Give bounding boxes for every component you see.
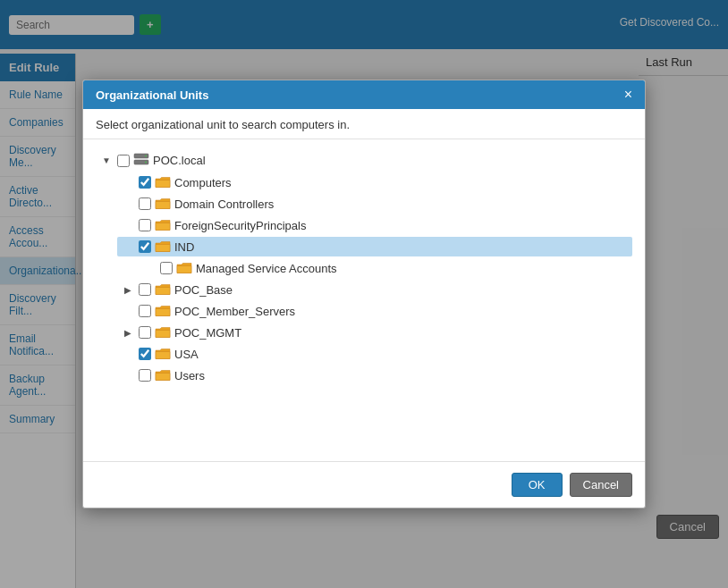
- label-poc-local: POC.local: [153, 154, 206, 167]
- checkbox-poc-base[interactable]: [139, 283, 151, 296]
- tree-row-ind[interactable]: ▶ IND: [117, 237, 632, 256]
- checkbox-domain-controllers[interactable]: [139, 197, 151, 210]
- toggle-users[interactable]: ▶: [121, 368, 135, 382]
- tree-row-users[interactable]: ▶ Users: [117, 365, 632, 385]
- server-icon-poc-local: [133, 153, 149, 168]
- tree-node-computers: ▶ Computers: [117, 172, 632, 192]
- tree-row-managed-service[interactable]: ▶ Managed Service Accounts: [139, 258, 632, 278]
- folder-icon-computers: [155, 176, 171, 189]
- checkbox-foreign-security[interactable]: [139, 219, 151, 231]
- tree-node-poc-mgmt: ▶ POC_MGMT: [117, 323, 632, 342]
- toggle-poc-base[interactable]: ▶: [121, 282, 135, 297]
- label-users: Users: [174, 369, 205, 382]
- label-poc-mgmt: POC_MGMT: [174, 326, 241, 340]
- modal-header: Organizational Units ×: [83, 80, 645, 109]
- tree-node-domain-controllers: ▶ Domain Controllers: [117, 194, 632, 214]
- svg-point-3: [145, 162, 147, 164]
- label-poc-member-servers: POC_Member_Servers: [174, 305, 295, 318]
- tree-node-poc-member-servers: ▶ POC_Member_Servers: [117, 301, 632, 321]
- modal-footer: OK Cancel: [83, 461, 645, 508]
- checkbox-poc-local[interactable]: [117, 155, 130, 167]
- tree-row-poc-member-servers[interactable]: ▶ POC_Member_Servers: [117, 301, 632, 321]
- checkbox-poc-mgmt[interactable]: [139, 326, 151, 339]
- label-foreign-security: ForeignSecurityPrincipals: [174, 219, 306, 232]
- modal-body: ▼ POC.local: [83, 139, 645, 461]
- modal-overlay: Organizational Units × Select organizati…: [0, 0, 728, 588]
- tree-node-usa: ▶ USA: [117, 344, 632, 364]
- svg-point-2: [145, 155, 147, 157]
- folder-icon-poc-member-servers: [155, 305, 171, 317]
- label-domain-controllers: Domain Controllers: [174, 197, 274, 211]
- folder-icon-users: [155, 369, 171, 382]
- toggle-poc-member-servers[interactable]: ▶: [121, 304, 135, 318]
- label-poc-base: POC_Base: [174, 283, 233, 297]
- folder-icon-foreign-security: [155, 219, 171, 231]
- folder-icon-usa: [155, 348, 171, 360]
- toggle-domain-controllers[interactable]: ▶: [121, 197, 135, 211]
- label-managed-service: Managed Service Accounts: [196, 262, 337, 275]
- folder-icon-managed-service: [176, 262, 192, 274]
- modal-close-button[interactable]: ×: [624, 88, 632, 102]
- modal-subheader: Select organizational unit to search com…: [83, 109, 645, 139]
- checkbox-ind[interactable]: [139, 240, 151, 253]
- tree-row-usa[interactable]: ▶ USA: [117, 344, 632, 364]
- tree-node-foreign-security: ▶ ForeignSecurityPrincipals: [117, 215, 632, 235]
- checkbox-managed-service[interactable]: [160, 262, 173, 274]
- tree-row-poc-base[interactable]: ▶ POC_Base: [117, 280, 632, 299]
- tree-node-poc-local: ▼ POC.local: [96, 150, 632, 385]
- tree-children-ind: ▶ Managed Service Accounts: [139, 258, 632, 278]
- tree-node-users: ▶ Users: [117, 365, 632, 385]
- modal-title: Organizational Units: [96, 88, 208, 102]
- checkbox-users[interactable]: [139, 369, 151, 382]
- folder-icon-poc-base: [155, 283, 171, 296]
- label-usa: USA: [174, 348, 199, 361]
- tree-node-ind: ▶ IND: [117, 237, 632, 278]
- tree-row-poc-local[interactable]: ▼ POC.local: [96, 150, 632, 171]
- tree-row-poc-mgmt[interactable]: ▶ POC_MGMT: [117, 323, 632, 342]
- ok-button[interactable]: OK: [512, 473, 563, 497]
- checkbox-poc-member-servers[interactable]: [139, 305, 151, 317]
- label-ind: IND: [174, 240, 194, 254]
- tree-row-computers[interactable]: ▶ Computers: [117, 172, 632, 192]
- cancel-button[interactable]: Cancel: [570, 473, 632, 497]
- tree-row-domain-controllers[interactable]: ▶ Domain Controllers: [117, 194, 632, 214]
- toggle-poc-local[interactable]: ▼: [99, 154, 114, 168]
- toggle-usa[interactable]: ▶: [121, 347, 135, 361]
- label-computers: Computers: [174, 176, 232, 189]
- toggle-foreign-security[interactable]: ▶: [121, 218, 135, 232]
- checkbox-usa[interactable]: [139, 348, 151, 360]
- folder-icon-domain-controllers: [155, 197, 171, 210]
- tree-children-poc-local: ▶ Computers: [117, 172, 632, 385]
- tree-node-poc-base: ▶ POC_Base: [117, 280, 632, 299]
- folder-icon-ind: [155, 240, 171, 253]
- checkbox-computers[interactable]: [139, 176, 151, 189]
- tree-row-foreign-security[interactable]: ▶ ForeignSecurityPrincipals: [117, 215, 632, 235]
- toggle-ind[interactable]: ▶: [121, 239, 135, 254]
- tree-node-managed-service: ▶ Managed Service Accounts: [139, 258, 632, 278]
- modal-dialog: Organizational Units × Select organizati…: [82, 80, 646, 508]
- toggle-managed-service[interactable]: ▶: [142, 261, 157, 275]
- toggle-computers[interactable]: ▶: [121, 175, 135, 189]
- toggle-poc-mgmt[interactable]: ▶: [121, 325, 135, 340]
- folder-icon-poc-mgmt: [155, 326, 171, 339]
